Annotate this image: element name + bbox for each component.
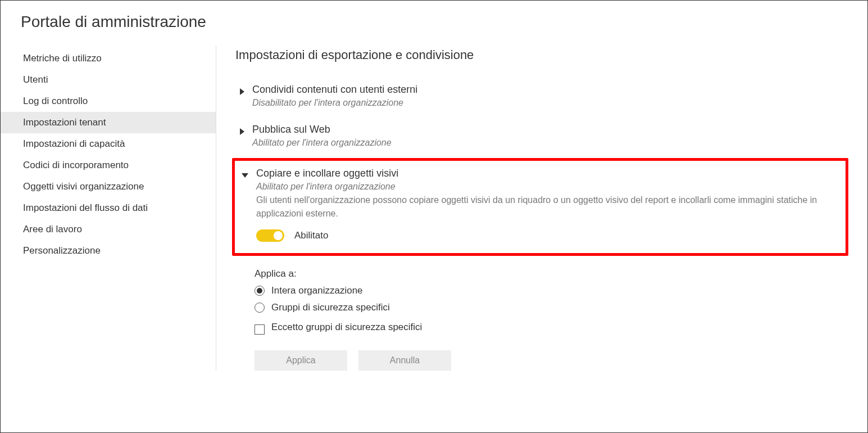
- nav-item-org-visuals[interactable]: Oggetti visivi organizzazione: [1, 176, 216, 197]
- enabled-toggle[interactable]: [256, 229, 284, 242]
- button-row: Applica Annulla: [255, 350, 848, 371]
- radio-icon: [255, 286, 265, 296]
- nav-item-capacity[interactable]: Impostazioni di capacità: [1, 133, 216, 155]
- setting-description: Gli utenti nell'organizzazione possono c…: [256, 193, 824, 220]
- checkbox-label: Eccetto gruppi di sicurezza specifici: [271, 322, 422, 333]
- sidebar: Metriche di utilizzo Utenti Log di contr…: [1, 46, 216, 371]
- radio-entire-org[interactable]: Intera organizzazione: [255, 285, 848, 296]
- caret-right-icon: [240, 88, 244, 95]
- setting-body: Copiare e incollare oggetti visivi Abili…: [256, 168, 840, 242]
- apply-section: Applica a: Intera organizzazione Gruppi …: [255, 268, 848, 335]
- nav-item-workspaces[interactable]: Aree di lavoro: [1, 219, 216, 240]
- nav-item-tenant-settings[interactable]: Impostazioni tenant: [1, 112, 216, 133]
- setting-body: Pubblica sul Web Abilitato per l'intera …: [252, 124, 848, 148]
- setting-share-external[interactable]: Condividi contenuti con utenti esterni D…: [235, 78, 848, 118]
- apply-button[interactable]: Applica: [255, 350, 347, 371]
- caret-right-icon: [240, 128, 244, 135]
- nav-item-embed-codes[interactable]: Codici di incorporamento: [1, 155, 216, 176]
- nav-item-dataflow[interactable]: Impostazioni del flusso di dati: [1, 197, 216, 219]
- setting-status: Abilitato per l'intera organizzazione: [252, 138, 848, 148]
- radio-dot: [257, 288, 262, 294]
- setting-body: Condividi contenuti con utenti esterni D…: [252, 84, 848, 108]
- radio-label: Gruppi di sicurezza specifici: [271, 302, 390, 313]
- checkbox-except-groups[interactable]: Eccetto gruppi di sicurezza specifici: [255, 320, 848, 335]
- apply-to-label: Applica a:: [255, 268, 848, 279]
- checkbox-icon: [255, 324, 265, 335]
- nav-item-customize[interactable]: Personalizzazione: [1, 240, 216, 261]
- nav-item-metrics[interactable]: Metriche di utilizzo: [1, 48, 216, 69]
- toggle-knob: [274, 231, 283, 240]
- toggle-row: Abilitato: [256, 229, 840, 242]
- nav-item-users[interactable]: Utenti: [1, 69, 216, 91]
- caret-down-icon: [242, 173, 248, 178]
- page-title: Portale di amministrazione: [1, 1, 867, 37]
- radio-specific-groups[interactable]: Gruppi di sicurezza specifici: [255, 302, 848, 313]
- setting-title: Pubblica sul Web: [252, 124, 848, 136]
- setting-status: Abilitato per l'intera organizzazione: [256, 182, 840, 192]
- cancel-button[interactable]: Annulla: [358, 350, 451, 371]
- section-title: Impostazioni di esportazione e condivisi…: [235, 48, 848, 62]
- highlight-box: Copiare e incollare oggetti visivi Abili…: [232, 158, 848, 256]
- radio-label: Intera organizzazione: [271, 285, 363, 296]
- main-panel: Impostazioni di esportazione e condivisi…: [216, 46, 867, 371]
- radio-icon: [255, 303, 265, 313]
- setting-publish-web[interactable]: Pubblica sul Web Abilitato per l'intera …: [235, 118, 848, 158]
- setting-title: Condividi contenuti con utenti esterni: [252, 84, 848, 96]
- setting-copy-paste-visuals[interactable]: Copiare e incollare oggetti visivi Abili…: [243, 168, 840, 242]
- toggle-label: Abilitato: [294, 230, 328, 241]
- content-wrap: Metriche di utilizzo Utenti Log di contr…: [1, 37, 867, 371]
- setting-status: Disabilitato per l'intera organizzazione: [252, 98, 848, 108]
- setting-title: Copiare e incollare oggetti visivi: [256, 168, 840, 179]
- nav-item-audit-log[interactable]: Log di controllo: [1, 91, 216, 112]
